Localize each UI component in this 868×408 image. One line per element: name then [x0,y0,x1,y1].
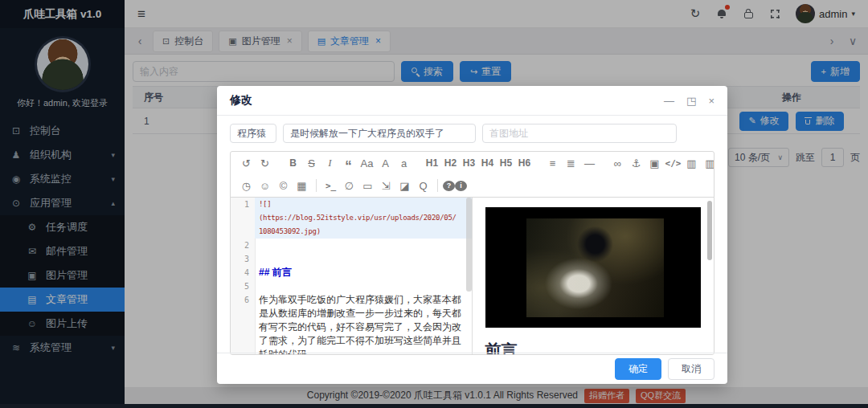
title-input[interactable] [283,124,476,143]
help-icon[interactable]: ? [443,181,455,191]
code-line[interactable]: 5 [231,279,472,293]
html-entities-icon[interactable]: © [274,177,293,194]
modal-header: 修改 — ◳ × [217,86,727,116]
preformatted-icon[interactable]: ▥ [701,154,714,172]
editor-body: 1![] (https://blog.52itstyle.vip/usr/upl… [231,198,714,354]
line-number: 1 [231,198,255,239]
code-line[interactable]: 6作为靠双手吃饭的广大程序猿媛们，大家基本都是从数据库的增删改查一步一步过来的，… [231,293,472,354]
cover-url-input[interactable] [482,124,677,143]
line-number: 6 [231,293,255,354]
code-text [255,279,472,293]
code-text [255,252,472,266]
maximize-icon[interactable]: ◳ [686,96,696,106]
cancel-button[interactable]: 取消 [668,358,714,380]
preview-icon[interactable]: ▭ [358,177,377,194]
h3-icon[interactable]: H3 [460,154,478,172]
watch-icon[interactable]: ∅ [340,177,358,194]
h5-icon[interactable]: H5 [497,154,515,172]
code-line[interactable]: 1![] (https://blog.52itstyle.vip/usr/upl… [231,198,472,239]
inline-code-icon[interactable]: </> [664,154,682,172]
strikethrough-icon[interactable]: S [302,154,321,172]
code-text: ![] (https://blog.52itstyle.vip/usr/uplo… [255,198,472,239]
image-icon[interactable]: ▣ [645,154,664,172]
code-line[interactable]: 3 [231,252,472,266]
code-text: 作为靠双手吃饭的广大程序猿媛们，大家基本都是从数据库的增删改查一步一步过来的，每… [255,293,472,354]
preview-scrollbar[interactable] [707,201,712,260]
horizontal-rule-icon[interactable]: — [580,154,599,172]
line-number: 3 [231,252,255,266]
anchor-icon[interactable]: ⚓ [627,154,645,172]
lowercase-icon[interactable]: a [395,154,413,172]
unordered-list-icon[interactable]: ≡ [543,154,562,172]
preview-image[interactable] [485,207,702,328]
info-icon[interactable]: i [455,181,467,191]
code-line[interactable]: 2 [231,239,472,252]
markdown-source-pane[interactable]: 1![] (https://blog.52itstyle.vip/usr/upl… [231,198,473,354]
modal-body: ↺↻BSI“AaAaH1H2H3H4H5H6≡≣—∞⚓▣</>▥▥⊞ ◷☺©▦>… [217,116,727,355]
code-text: ## 前言 [255,266,472,279]
code-block-icon[interactable]: ▥ [682,154,701,172]
undo-icon[interactable]: ↺ [237,154,256,172]
search-icon[interactable]: Q [414,177,432,194]
quote-icon[interactable]: “ [339,151,358,175]
redo-icon[interactable]: ↻ [256,154,274,172]
page: 爪哇工具箱 v1.0 你好！admin, 欢迎登录 ⊡控制台♟组织机构▾◉系统监… [0,0,868,408]
minimize-icon[interactable]: — [664,96,674,106]
goto-line-icon[interactable]: >_ [321,177,340,194]
ucwords-icon[interactable]: Aa [358,154,376,172]
h1-icon[interactable]: H1 [423,154,441,172]
markdown-preview-pane: 前言 [473,198,714,354]
italic-icon[interactable]: I [321,154,339,172]
markdown-editor: ↺↻BSI“AaAaH1H2H3H4H5H6≡≣—∞⚓▣</>▥▥⊞ ◷☺©▦>… [230,151,714,355]
clear-icon[interactable]: ◪ [395,177,414,194]
line-number: 4 [231,266,255,279]
code-line[interactable]: 4## 前言 [231,266,472,279]
fullscreen-icon[interactable]: ⇲ [377,177,395,194]
line-number: 2 [231,239,255,252]
emoji-icon[interactable]: ☺ [256,177,274,194]
modal-footer: 确定 取消 [217,353,727,384]
modal-window-controls: — ◳ × [664,96,714,106]
h4-icon[interactable]: H4 [478,154,497,172]
modal-title: 修改 [230,93,252,108]
editor-toolbar-row2: ◷☺©▦>_∅▭⇲◪Q?i [231,174,714,198]
uppercase-icon[interactable]: A [376,154,395,172]
article-fields [230,124,714,143]
code-text [255,239,472,252]
link-icon[interactable]: ∞ [608,154,627,172]
h2-icon[interactable]: H2 [441,154,460,172]
preview-image-scene [526,218,665,317]
close-icon[interactable]: × [708,96,714,106]
toolbar-separator [437,179,438,192]
toolbar-separator [316,179,317,192]
editor-toolbar-row1: ↺↻BSI“AaAaH1H2H3H4H5H6≡≣—∞⚓▣</>▥▥⊞ [231,152,714,174]
bold-icon[interactable]: B [284,154,302,172]
line-number: 5 [231,279,255,293]
h6-icon[interactable]: H6 [515,154,534,172]
ordered-list-icon[interactable]: ≣ [562,154,580,172]
author-input[interactable] [230,124,276,143]
datetime-icon[interactable]: ◷ [237,177,256,194]
pagebreak-icon[interactable]: ▦ [293,177,311,194]
edit-modal: 修改 — ◳ × ↺↻BSI“AaAaH1H2H3H4H5H6≡≣—∞⚓▣</>… [217,86,727,384]
confirm-button[interactable]: 确定 [615,358,661,380]
